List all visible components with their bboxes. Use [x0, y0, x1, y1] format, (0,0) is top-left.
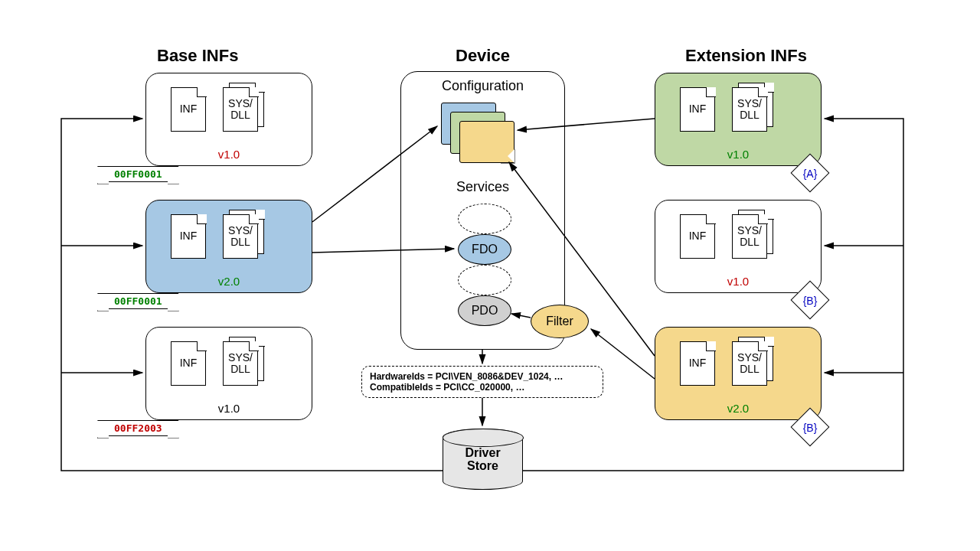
inf-label: INF	[180, 230, 198, 242]
version-label: v2.0	[727, 402, 749, 415]
base-header: Base INFs	[157, 46, 238, 66]
version-label: v1.0	[218, 402, 240, 415]
driver-store-cylinder: Driver Store	[443, 429, 523, 490]
base-pkg-3: INF SYS/ DLL v1.0	[145, 327, 312, 420]
sys-doc-icon: SYS/ DLL	[732, 87, 767, 132]
inf-label: INF	[689, 357, 707, 369]
dashed-ellipse-icon	[458, 204, 511, 234]
driver-store-label: Driver Store	[443, 446, 522, 473]
fdo-node: FDO	[458, 234, 511, 265]
hardware-ids-box: HardwareIds = PCI\VEN_8086&DEV_1024, … C…	[361, 366, 603, 398]
banner-3: 00FF2003	[107, 420, 169, 436]
config-label: Configuration	[442, 78, 524, 94]
inf-doc-icon: INF	[680, 87, 715, 132]
sys-doc-icon: SYS/ DLL	[223, 214, 258, 259]
sys-doc-icon: SYS/ DLL	[223, 87, 258, 132]
banner-1: 00FF0001	[107, 166, 169, 182]
config-layer-yellow	[459, 121, 514, 163]
sysdll-label: SYS/ DLL	[737, 98, 762, 122]
ext-pkg-1: INF SYS/ DLL v1.0	[655, 73, 822, 166]
sysdll-label: SYS/ DLL	[737, 225, 762, 249]
inf-doc-icon: INF	[171, 87, 206, 132]
pdo-node: PDO	[458, 295, 511, 326]
device-header: Device	[456, 46, 510, 66]
services-label: Services	[456, 179, 509, 195]
sys-doc-icon: SYS/ DLL	[732, 214, 767, 259]
sysdll-label: SYS/ DLL	[737, 352, 762, 376]
sysdll-label: SYS/ DLL	[228, 225, 253, 249]
inf-doc-icon: INF	[680, 214, 715, 259]
ext-header: Extension INFs	[685, 46, 807, 66]
version-label: v1.0	[727, 148, 749, 161]
inf-doc-icon: INF	[171, 341, 206, 386]
version-label: v2.0	[218, 275, 240, 288]
sysdll-label: SYS/ DLL	[228, 352, 253, 376]
sys-doc-icon: SYS/ DLL	[223, 341, 258, 386]
inf-doc-icon: INF	[171, 214, 206, 259]
filter-node: Filter	[531, 305, 589, 338]
base-pkg-2: INF SYS/ DLL v2.0	[145, 200, 312, 293]
inf-label: INF	[689, 230, 707, 242]
banner-2: 00FF0001	[107, 293, 169, 309]
inf-label: INF	[180, 103, 198, 115]
sysdll-label: SYS/ DLL	[228, 98, 253, 122]
hwids-line: HardwareIds = PCI\VEN_8086&DEV_1024, …	[370, 371, 595, 382]
version-label: v1.0	[218, 148, 240, 161]
diamond-label: {B}	[796, 287, 824, 315]
diamond-label: {A}	[796, 160, 824, 187]
dashed-ellipse-icon	[458, 265, 511, 295]
sys-doc-icon: SYS/ DLL	[732, 341, 767, 386]
ext-pkg-2: INF SYS/ DLL v1.0	[655, 200, 822, 293]
inf-doc-icon: INF	[680, 341, 715, 386]
compatids-line: CompatibleIds = PCI\CC_020000, …	[370, 382, 595, 393]
inf-label: INF	[689, 103, 707, 115]
inf-label: INF	[180, 357, 198, 369]
version-label: v1.0	[727, 275, 749, 288]
base-pkg-1: INF SYS/ DLL v1.0	[145, 73, 312, 166]
diamond-label: {B}	[796, 414, 824, 442]
ext-pkg-3: INF SYS/ DLL v2.0	[655, 327, 822, 420]
